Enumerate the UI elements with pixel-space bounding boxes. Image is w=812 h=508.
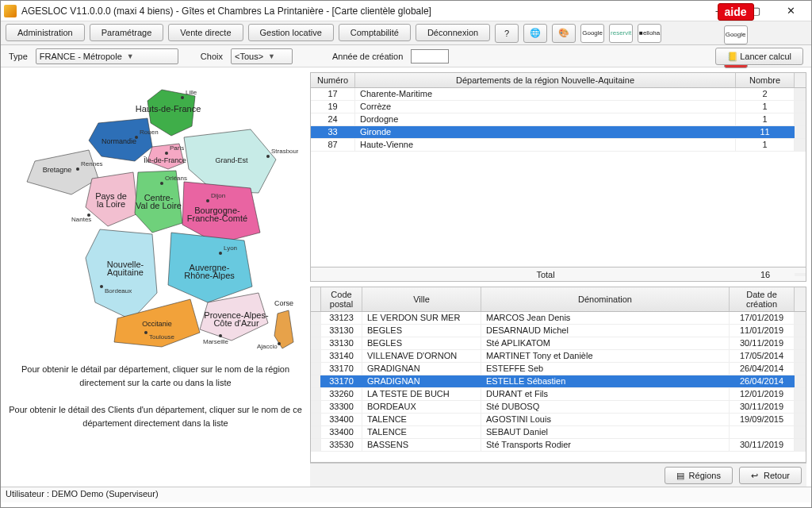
- google-link-2[interactable]: Google: [724, 25, 748, 44]
- table-row[interactable]: 33140VILLENAVE D'ORNONMARTINET Tony et D…: [311, 350, 806, 363]
- col-ville[interactable]: Ville: [362, 287, 481, 311]
- bottom-toolbar: ▤ Régions ↩ Retour: [310, 463, 806, 487]
- svg-text:Rennes: Rennes: [81, 160, 103, 167]
- col-code-postal[interactable]: Code postal: [321, 287, 362, 311]
- help-button[interactable]: ?: [495, 24, 519, 43]
- svg-text:Marseille: Marseille: [203, 338, 229, 345]
- hint-text-2: Pour obtenir le détail des Clients d'un …: [9, 403, 302, 429]
- reservit-link[interactable]: reservit: [609, 24, 633, 43]
- svg-point-35: [219, 334, 222, 337]
- svg-point-19: [266, 155, 270, 158]
- globe-icon[interactable]: 🌐: [523, 24, 547, 43]
- table-row[interactable]: 33530BASSENSSté Transports Rodier30/11/2…: [311, 439, 806, 452]
- table-row[interactable]: 33170GRADIGNANESTELLE Sébastien26/04/201…: [311, 375, 806, 388]
- administration-button[interactable]: Administration: [6, 24, 85, 41]
- svg-text:Nouvelle-Aquitaine: Nouvelle-Aquitaine: [107, 260, 144, 277]
- vente-directe-button[interactable]: Vente directe: [168, 24, 243, 41]
- annee-input[interactable]: [411, 49, 449, 64]
- parametrage-button[interactable]: Paramétrage: [90, 24, 164, 41]
- table-row[interactable]: 33400TALENCEAGOSTINI Louis19/09/2015: [311, 414, 806, 426]
- svg-text:Île-de-France: Île-de-France: [143, 156, 186, 164]
- table-row[interactable]: 33130BEGLESSté APLIKATOM30/11/2019: [311, 337, 806, 350]
- regions-button[interactable]: ▤ Régions: [665, 467, 733, 484]
- france-map[interactable]: Hauts-de-France Normandie Île-de-France …: [13, 74, 298, 352]
- col-denomination[interactable]: Dénomination: [481, 287, 730, 311]
- svg-text:Orléans: Orléans: [165, 175, 187, 182]
- scrollbar-head: [795, 287, 806, 311]
- table-row[interactable]: 24Dordogne1: [311, 114, 806, 126]
- table-row[interactable]: 33170GRADIGNANESTEFFE Seb26/04/2014: [311, 363, 806, 375]
- comptabilite-button[interactable]: Comptabilité: [339, 24, 411, 41]
- col-departements[interactable]: Départements de la région Nouvelle-Aquit…: [355, 73, 736, 87]
- annee-label: Année de création: [332, 52, 403, 61]
- svg-text:Occitanie: Occitanie: [142, 320, 172, 328]
- table-row[interactable]: 19Corrèze1: [311, 101, 806, 114]
- book-icon: 📒: [727, 52, 737, 61]
- gestion-locative-button[interactable]: Gestion locative: [248, 24, 334, 41]
- departments-grid-header: Numéro Départements de la région Nouvell…: [311, 73, 806, 88]
- svg-text:Toulouse: Toulouse: [149, 333, 175, 341]
- svg-text:Lyon: Lyon: [224, 244, 237, 252]
- row-selector-head: [311, 287, 321, 311]
- table-row[interactable]: 33300BORDEAUXSté DUBOSQ30/11/2019: [311, 401, 806, 414]
- clients-grid-header: Code postal Ville Dénomination Date de c…: [311, 287, 806, 312]
- lancer-calcul-button[interactable]: 📒 Lancer calcul: [715, 48, 803, 65]
- svg-text:Auvergne-Rhône-Alpes: Auvergne-Rhône-Alpes: [184, 263, 235, 280]
- status-bar: Utilisateur : DEMO Demo (Superviseur): [1, 487, 811, 502]
- svg-point-23: [160, 182, 163, 185]
- aide-button[interactable]: aide: [718, 3, 754, 21]
- choix-value: <Tous>: [235, 52, 263, 61]
- status-user: Utilisateur : DEMO Demo (Superviseur): [6, 489, 159, 498]
- clients-grid[interactable]: Code postal Ville Dénomination Date de c…: [310, 287, 806, 463]
- svg-text:Rouen: Rouen: [140, 129, 159, 136]
- svg-point-31: [100, 285, 103, 288]
- window-title: AGESLOC V11.0.0.0 (maxi 4 biens) - Gîtes…: [21, 6, 703, 17]
- choix-combo[interactable]: <Tous> ▼: [231, 48, 293, 64]
- svg-text:Lille: Lille: [186, 89, 197, 96]
- svg-point-13: [181, 96, 184, 99]
- table-row[interactable]: 17Charente-Maritime2: [311, 88, 806, 101]
- departments-grid[interactable]: Numéro Départements de la région Nouvell…: [310, 72, 806, 282]
- svg-text:Normandie: Normandie: [102, 137, 136, 145]
- right-pane: Numéro Départements de la région Nouvell…: [310, 67, 811, 487]
- list-icon: ▤: [676, 471, 686, 480]
- svg-text:Bourgogne-Franche-Comté: Bourgogne-Franche-Comté: [187, 206, 247, 223]
- main-toolbar: Administration Paramétrage Vente directe…: [1, 21, 811, 45]
- table-row[interactable]: 87Haute-Vienne1: [311, 139, 806, 152]
- scrollbar-head: [795, 73, 806, 87]
- back-arrow-icon: ↩: [751, 471, 760, 480]
- table-row[interactable]: 33400TALENCESEBAUT Daniel: [311, 426, 806, 439]
- total-label: Total: [355, 268, 736, 281]
- table-row[interactable]: 33Gironde11: [311, 126, 806, 139]
- retour-button[interactable]: ↩ Retour: [739, 467, 802, 484]
- svg-text:Grand-Est: Grand-Est: [215, 156, 248, 164]
- chevron-down-icon: ▼: [268, 52, 275, 60]
- type-label: Type: [9, 52, 28, 61]
- deconnexion-button[interactable]: Déconnexion: [416, 24, 490, 41]
- col-nombre[interactable]: Nombre: [736, 73, 795, 87]
- col-date-creation[interactable]: Date de création: [730, 287, 795, 311]
- palette-icon[interactable]: 🎨: [552, 24, 576, 43]
- total-value: 16: [736, 268, 795, 281]
- elloha-link[interactable]: ■elloha: [638, 24, 661, 43]
- svg-point-33: [144, 331, 147, 334]
- svg-text:Bordeaux: Bordeaux: [105, 287, 132, 294]
- svg-point-37: [278, 342, 281, 345]
- col-numero[interactable]: Numéro: [311, 73, 355, 87]
- table-row[interactable]: 33130BEGLESDESARNAUD Michel11/01/2019: [311, 325, 806, 337]
- google-link-1[interactable]: Google: [580, 24, 604, 43]
- departments-total-row: Total 16: [311, 267, 806, 281]
- map-box: Hauts-de-France Normandie Île-de-France …: [9, 74, 302, 352]
- svg-point-21: [76, 167, 79, 171]
- left-pane: Hauts-de-France Normandie Île-de-France …: [1, 67, 310, 487]
- table-row[interactable]: 33123LE VERDON SUR MERMARCOS Jean Denis1…: [311, 312, 806, 325]
- main-area: Hauts-de-France Normandie Île-de-France …: [1, 67, 811, 487]
- hint-text-1: Pour obtenir le détail par département, …: [9, 363, 302, 389]
- type-combo[interactable]: FRANCE - Métropole ▼: [36, 48, 178, 64]
- app-icon: [4, 5, 17, 17]
- svg-text:Hauts-de-France: Hauts-de-France: [136, 104, 201, 114]
- svg-point-17: [165, 152, 168, 155]
- table-row[interactable]: 33260LA TESTE DE BUCHDURANT et Fils12/01…: [311, 388, 806, 401]
- choix-label: Choix: [201, 52, 223, 61]
- chevron-down-icon: ▼: [127, 52, 134, 60]
